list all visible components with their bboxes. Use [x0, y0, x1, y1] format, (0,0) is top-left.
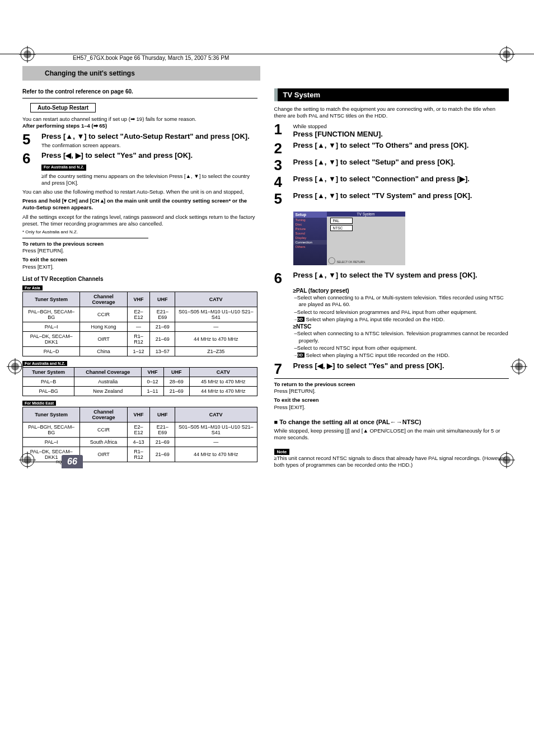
step-2: 2 Press [▲, ▼] to select "To Others" and… — [274, 141, 509, 156]
illust-main-bar: TV System — [327, 212, 405, 217]
th: UHF — [150, 292, 175, 307]
step-sub: The confirmation screen appears. — [41, 142, 257, 149]
step-7: 7 Press [◀, ▶] to select "Yes" and press… — [274, 361, 509, 376]
right-column: TV System Change the setting to match th… — [274, 88, 509, 468]
exit-heading: To exit the screen — [274, 397, 319, 403]
step-number: 1 — [274, 122, 293, 139]
th: Tuner System — [23, 368, 74, 377]
remote-icon: ◯ — [328, 256, 335, 264]
th: VHF — [127, 407, 150, 422]
th: Tuner System — [23, 407, 80, 422]
step-text: Press [▲, ▼] to select "To Others" and p… — [293, 141, 509, 156]
th: CATV — [175, 292, 257, 307]
step-4: 4 Press [▲, ▼] to select "Connection" an… — [274, 175, 509, 189]
divider — [274, 378, 509, 379]
return-body: Press [RETURN]. — [22, 247, 64, 253]
step-5: 5 Press [▲, ▼] to select "Auto-Setup Res… — [22, 132, 257, 149]
bullet: –HDD Select when playing a PAL input tit… — [299, 316, 509, 323]
illust-sidebar-item: Picture — [293, 227, 327, 231]
step-number: 2 — [274, 141, 293, 156]
note-body: ≥This unit cannot record NTSC signals to… — [274, 455, 509, 469]
page-number: 66 — [62, 455, 83, 468]
auto-setup-label: Auto-Setup Restart — [30, 103, 96, 112]
illust-option: NTSC — [330, 225, 353, 231]
section-title: Changing the unit's settings — [22, 66, 260, 81]
step-text: Press [▲, ▼] to select "Auto-Setup Resta… — [41, 132, 250, 140]
table-asia: Tuner System Channel Coverage VHF UHF CA… — [22, 292, 257, 356]
illust-sidebar-item: Display — [293, 236, 327, 240]
th: Channel Coverage — [74, 368, 142, 377]
step-3: 3 Press [▲, ▼] to select "Setup" and pre… — [274, 158, 509, 172]
after-steps: After performing steps 1–4 (➡ 65) — [22, 123, 257, 129]
step-number: 7 — [274, 361, 293, 376]
table-header-row: Tuner System Channel Coverage VHF UHF CA… — [23, 368, 257, 377]
region-tag: For Middle East — [22, 401, 56, 406]
table-me: Tuner System Channel Coverage VHF UHF CA… — [22, 407, 257, 462]
illust-remote-return: RETURN — [353, 260, 365, 264]
change-all-heading: ■ To change the setting all at once (PAL… — [274, 419, 509, 425]
intro-text: You can restart auto channel setting if … — [22, 116, 257, 123]
illust-remote-ok: OK — [348, 260, 352, 264]
step-text: Press [▲, ▼] to select the TV system and… — [293, 271, 509, 285]
table-header-row: Tuner System Channel Coverage VHF UHF CA… — [23, 407, 257, 422]
th: VHF — [142, 368, 164, 377]
step-6: 6 Press [◀, ▶] to select "Yes" and press… — [22, 151, 257, 186]
illust-sidebar-item: Connection — [293, 240, 327, 245]
hdd-tag: HDD — [297, 317, 305, 322]
table-row: PAL–DK, SECAM–DKK1OIRTR1–R1221–6944 MHz … — [23, 332, 257, 347]
step-text: Press [FUNCTION MENU]. — [293, 130, 383, 138]
exit-body: Press [EXIT]. — [274, 404, 306, 410]
return-heading: To return to the previous screen — [274, 381, 355, 387]
step-text: Press [◀, ▶] to select "Yes" and press [… — [293, 361, 509, 376]
table-header-row: Tuner System Channel Coverage VHF UHF CA… — [23, 292, 257, 307]
table-row: PAL–BGH, SECAM–BGCCIRE2–E12E21–E69S01–S0… — [23, 422, 257, 438]
table-row: PAL–IHong Kong—21–69— — [23, 322, 257, 332]
footnote: * Only for Australia and N.Z. — [22, 229, 257, 235]
step-1: 1 While stopped Press [FUNCTION MENU]. — [274, 122, 509, 139]
divider — [22, 238, 148, 238]
left-column: Refer to the control reference on page 6… — [22, 88, 257, 468]
step-text: Press [▲, ▼] to select "Setup" and press… — [293, 158, 509, 172]
step-sub: While stopped — [293, 123, 509, 130]
hdd-tag: HDD — [297, 353, 305, 358]
step-6b: 6 Press [▲, ▼] to select the TV system a… — [274, 271, 509, 285]
illust-sidebar-item: Sound — [293, 231, 327, 236]
table-row: PAL–BGH, SECAM–BGCCIRE2–E12E21–E69S01–S0… — [23, 307, 257, 322]
th: Channel Coverage — [80, 292, 127, 307]
list-heading: List of TV Reception Channels — [22, 276, 257, 282]
step-text: Press [◀, ▶] to select "Yes" and press [… — [41, 151, 193, 159]
paragraph: You can also use the following method to… — [22, 189, 257, 195]
paragraph: Press and hold [▾ CH] and [CH ▴] on the … — [22, 198, 257, 212]
table-row: PAL–DChina1–1213–57Z1–Z35 — [23, 347, 257, 356]
step-number: 6 — [22, 151, 41, 186]
step-text: Press [▲, ▼] to select "TV System" and p… — [293, 191, 509, 206]
step-text: Press [▲, ▼] to select "Connection" and … — [293, 175, 509, 189]
th: Channel Coverage — [80, 407, 127, 422]
table-row: PAL–ISouth Africa4–1321–69— — [23, 438, 257, 447]
step-number: 4 — [274, 175, 293, 189]
region-tag: For Australia and N.Z. — [41, 165, 86, 171]
bullet: –Select to record NTSC input from other … — [299, 345, 509, 351]
return-body: Press [RETURN]. — [274, 388, 316, 394]
paragraph: All the settings except for the ratings … — [22, 214, 257, 228]
th: CATV — [175, 407, 257, 422]
th: CATV — [189, 368, 257, 377]
th: UHF — [163, 368, 189, 377]
th: Tuner System — [23, 292, 80, 307]
tv-intro: Change the setting to match the equipmen… — [274, 106, 509, 120]
illust-sidebar-item: Tuning — [293, 218, 327, 222]
bullet: –Select when connecting to a NTSC televi… — [299, 330, 509, 344]
divider — [22, 98, 257, 98]
note-label: Note — [274, 449, 290, 455]
exit-body: Press [EXIT]. — [22, 264, 54, 270]
bullet: –Select when connecting to a PAL or Mult… — [299, 294, 509, 308]
ref-line: Refer to the control reference on page 6… — [22, 88, 257, 95]
return-heading: To return to the previous screen — [22, 241, 104, 247]
step-sub: ≥If the country setting menu appears on … — [41, 173, 257, 186]
th: VHF — [127, 292, 150, 307]
region-tag: For Australia and N.Z. — [22, 361, 67, 366]
change-all-body: While stopped, keep pressing [∫] and [▲ … — [274, 428, 509, 442]
setup-illustration: Setup Tuning Disc Picture Sound Display … — [293, 212, 405, 265]
step-number: 3 — [274, 158, 293, 172]
table-row: PAL–BGNew Zealand1–1121–6944 MHz to 470 … — [23, 387, 257, 396]
